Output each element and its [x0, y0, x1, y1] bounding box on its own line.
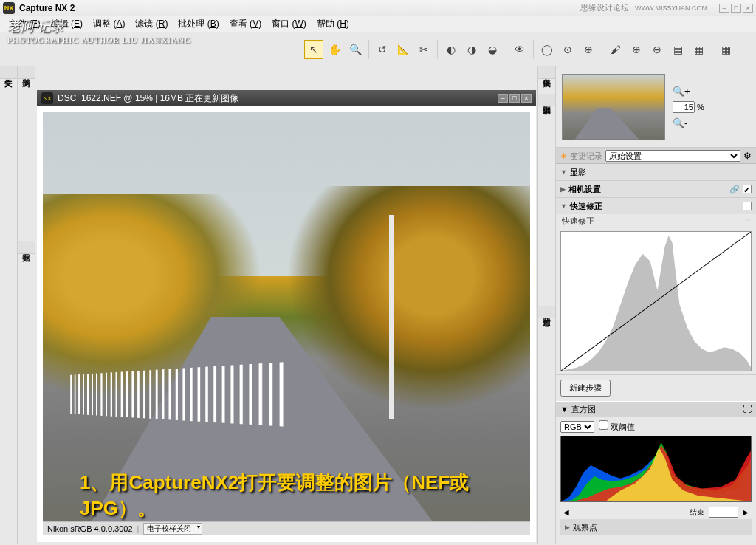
maximize-button[interactable]: □ — [731, 4, 741, 13]
tool-brush[interactable]: 🖌 — [606, 40, 625, 59]
zoom-out-icon[interactable]: 🔍- — [673, 117, 704, 128]
edit-header: ✳ 变更记录 原始设置 ⚙ — [556, 148, 756, 164]
doc-maximize-button[interactable]: □ — [509, 94, 520, 103]
tool-minus[interactable]: ⊖ — [647, 40, 667, 59]
tool-white-point[interactable]: ◑ — [462, 40, 481, 59]
section-camera[interactable]: ▶相机设置 🔗✓ — [556, 181, 756, 197]
menu-edit[interactable]: 编辑 (E) — [47, 16, 87, 32]
birdseye-panel: 🔍+ % 🔍- — [556, 66, 756, 148]
color-profile: Nikon sRGB 4.0.0.3002 — [47, 524, 133, 533]
tool-arrow[interactable]: ↖ — [304, 40, 323, 59]
clip-right-icon[interactable]: ▶ — [743, 508, 749, 516]
menu-view[interactable]: 查看 (V) — [225, 16, 266, 32]
left-dock: 文件夹 — [0, 66, 18, 544]
menu-filter[interactable]: 滤镜 (R) — [131, 16, 172, 32]
tab-metadata[interactable]: 元数据 — [18, 241, 35, 254]
overlay-text-2: PHOTOGRAPHIC AUTHOR LIU JIANXIANG — [7, 35, 191, 44]
tool-hand[interactable]: ✋ — [325, 40, 344, 59]
tab-photoinfo[interactable]: 照片信息 — [538, 306, 555, 318]
new-step-button[interactable]: 新建步骤 — [560, 380, 611, 397]
link-icon[interactable]: 🔗 — [729, 185, 740, 194]
canvas-area: NX DSC_1622.NEF @ 15% | 16MB 正在更新图像 – □ … — [35, 66, 537, 544]
section-quickfix[interactable]: ▼快速修正 — [556, 198, 756, 214]
menu-bar: 文件 (F) 编辑 (E) 调整 (A) 滤镜 (R) 批处理 (B) 查看 (… — [0, 16, 756, 32]
birdseye-thumbnail[interactable] — [562, 74, 665, 140]
toolbar: 老阿·记录 PHOTOGRAPHIC AUTHOR LIU JIANXIANG … — [0, 32, 756, 66]
threshold-checkbox[interactable]: 双阈值 — [599, 420, 635, 433]
gear-icon[interactable]: ⚙ — [743, 151, 752, 161]
app-logo-icon: NX — [3, 2, 15, 14]
tab-browser[interactable]: 浏览器 — [18, 66, 35, 79]
right-panel: 鸟瞰镜头 编辑列表 照片信息 🔍+ % 🔍- ✳ 变更记录 原始设置 ⚙ ▼显影 — [537, 66, 756, 544]
menu-batch[interactable]: 批处理 (B) — [173, 16, 223, 32]
menu-file[interactable]: 文件 (F) — [4, 16, 45, 32]
tool-control-point[interactable]: ⊙ — [558, 40, 577, 59]
rgb-histogram — [560, 436, 752, 502]
tool-rotate-ccw[interactable]: ↺ — [373, 40, 392, 59]
doc-logo-icon: NX — [41, 92, 53, 104]
menu-help[interactable]: 帮助 (H) — [312, 16, 354, 32]
menu-adjust[interactable]: 调整 (A) — [89, 16, 129, 32]
camera-checkbox[interactable]: ✓ — [743, 185, 752, 193]
clip-left-icon[interactable]: ◀ — [563, 508, 569, 516]
tool-straighten[interactable]: 📐 — [394, 40, 413, 59]
photo-canvas — [43, 112, 530, 521]
section-develop[interactable]: ▼显影 — [556, 164, 756, 180]
quickfix-checkbox[interactable] — [743, 202, 752, 210]
tab-birdseye[interactable]: 鸟瞰镜头 — [538, 66, 555, 79]
zoom-in-icon[interactable]: 🔍+ — [673, 86, 704, 97]
tab-editlist[interactable]: 编辑列表 — [538, 94, 555, 106]
left-dock-2: 浏览器 元数据 — [18, 66, 35, 544]
tool-selection-ctrl[interactable]: ⊕ — [579, 40, 598, 59]
tool-plus[interactable]: ⊕ — [627, 40, 646, 59]
app-title: Capture NX 2 — [19, 3, 75, 13]
loading-icon: ✳ — [560, 151, 567, 161]
title-bar: NX Capture NX 2 思缘设计论坛 WWW.MISSYUAN.COM … — [0, 0, 756, 16]
tutorial-caption: 1、用CaptureNX2打开要调整的图片（NEF或JPG）。 — [80, 470, 523, 521]
zoom-input[interactable] — [673, 101, 695, 113]
tool-fill[interactable]: ▦ — [689, 40, 708, 59]
channel-select[interactable]: RGB — [560, 421, 594, 433]
quickfix-label: 快速修正○ — [556, 214, 756, 228]
tool-grid[interactable]: ▦ — [716, 40, 735, 59]
tool-black-point[interactable]: ◐ — [441, 40, 461, 59]
document-titlebar: NX DSC_1622.NEF @ 15% | 16MB 正在更新图像 – □ … — [37, 90, 536, 106]
hist-expand-icon[interactable]: ⛶ — [743, 404, 752, 414]
apply-label: 结束 — [690, 507, 704, 518]
close-button[interactable]: × — [743, 4, 753, 13]
minimize-button[interactable]: – — [719, 4, 729, 13]
tool-crop[interactable]: ✂ — [414, 40, 433, 59]
doc-minimize-button[interactable]: – — [498, 94, 508, 103]
tool-lasso[interactable]: ◯ — [537, 40, 557, 59]
histogram-header: ▼直方图 ⛶ — [556, 401, 756, 417]
preset-select[interactable]: 原始设置 — [605, 150, 740, 162]
tool-gradient[interactable]: ▤ — [668, 40, 687, 59]
document-title: DSC_1622.NEF @ 15% | 16MB 正在更新图像 — [58, 92, 238, 105]
section-watchpoint[interactable]: ▶观察点 — [560, 519, 752, 535]
watermark-url: WWW.MISSYUAN.COM — [635, 4, 707, 12]
proof-dropdown[interactable]: 电子校样关闭 — [143, 523, 202, 535]
tool-zoom[interactable]: 🔍 — [346, 40, 365, 59]
histogram-title: 直方图 — [571, 404, 596, 415]
history-label: 变更记录 — [570, 151, 602, 162]
curves-histogram[interactable] — [560, 231, 752, 371]
watermark-text: 思缘设计论坛 — [580, 2, 629, 13]
menu-window[interactable]: 窗口 (W) — [267, 16, 311, 32]
document-statusbar: Nikon sRGB 4.0.0.3002 | 电子校样关闭 — [43, 521, 530, 535]
svg-marker-0 — [561, 236, 751, 371]
tool-neutral-point[interactable]: ◒ — [483, 40, 502, 59]
tool-redeye[interactable]: 👁 — [510, 40, 529, 59]
tab-folder[interactable]: 文件夹 — [0, 66, 17, 79]
doc-close-button[interactable]: × — [521, 94, 532, 103]
apply-input[interactable] — [709, 507, 738, 518]
